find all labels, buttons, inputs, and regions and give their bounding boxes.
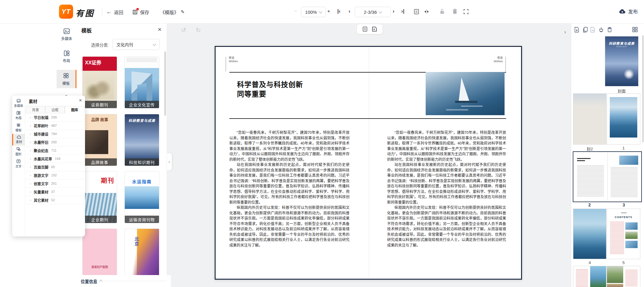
tab-gallery[interactable]: 图库: [65, 106, 84, 113]
page-label-1[interactable]: 1: [607, 146, 640, 150]
page-thumb-cover2[interactable]: [573, 94, 606, 144]
page-thumb-6[interactable]: [573, 266, 606, 287]
asset-category-row[interactable]: ›矢量素材37: [26, 188, 84, 196]
document-title[interactable]: 《模版》 ✎: [160, 8, 185, 16]
asset-category-row[interactable]: ›节日祝福299: [26, 113, 84, 122]
page-thumb-7[interactable]: [607, 266, 640, 287]
undo-button[interactable]: ↺: [181, 26, 186, 34]
page-thumb-4[interactable]: [573, 209, 606, 259]
page-thumb-2-3-selected[interactable]: [573, 151, 642, 202]
lock-button[interactable]: [439, 8, 445, 15]
save-button[interactable]: 保存: [132, 8, 149, 16]
pages-panel-scrollbar[interactable]: [642, 35, 644, 142]
grid-view-button[interactable]: [632, 27, 638, 32]
document-spread[interactable]: 寄语 Wishes 寄语 Wishes 科学普及与科技创新 同等重要 “忽如一夜…: [215, 46, 522, 280]
page-thumb-cover[interactable]: 科研教育与成果 HIGHLIGHT: [605, 36, 638, 86]
first-page-button[interactable]: |‹: [337, 8, 340, 14]
delete-page-button[interactable]: [452, 8, 458, 15]
mini-sidebar-item-shapes[interactable]: 图形: [12, 145, 25, 158]
asset-category-row[interactable]: ›其它素材52: [26, 196, 84, 204]
page-settings-button[interactable]: [413, 9, 420, 15]
single-page-view-button[interactable]: [362, 26, 368, 32]
template-card[interactable]: 水运指南 运输咨询刊物: [125, 172, 159, 223]
export-page-button[interactable]: [590, 27, 595, 33]
page-label-cover[interactable]: 封面: [605, 88, 638, 94]
sidebar-item-templates[interactable]: 模板: [57, 70, 76, 88]
mini-sidebar-item-media[interactable]: 多媒体: [12, 97, 25, 109]
sidebar-item-media[interactable]: 多媒体: [57, 26, 76, 43]
template-card[interactable]: XX证券 证券期刊: [83, 57, 117, 108]
header-rule-right: [505, 57, 506, 71]
sailboat-photo[interactable]: [426, 72, 505, 115]
category-value: 文化内刊: [117, 41, 133, 47]
app-logo[interactable]: YT: [59, 5, 73, 19]
assets-tabs: 背景 边框 图库: [26, 106, 84, 113]
tab-borders[interactable]: 边框: [45, 106, 65, 113]
article-title-line2: 同等重要: [237, 89, 303, 99]
add-page-button[interactable]: [574, 27, 579, 33]
chevron-right-icon: ›: [30, 116, 31, 119]
page-label-4[interactable]: 4: [573, 260, 606, 265]
asset-category-row[interactable]: ›聚会纪念711: [26, 146, 84, 155]
publish-button[interactable]: 发布: [619, 8, 638, 15]
template-card[interactable]: 北京: [125, 229, 159, 280]
sidebar-item-layout[interactable]: 布局: [57, 48, 76, 66]
category-select[interactable]: 文化内刊: [113, 39, 160, 50]
clear-page-button[interactable]: [598, 27, 604, 33]
canvas-area[interactable]: ↺ ↻ # › 寄语 Wishes 寄语 Wishes: [167, 23, 571, 287]
last-page-button[interactable]: ›|: [401, 8, 404, 14]
asset-category-row[interactable]: ›城市建设784: [26, 130, 84, 138]
assets-panel-close-icon[interactable]: ×: [79, 97, 82, 104]
mini-sidebar-item-text[interactable]: 文字: [12, 158, 25, 170]
template-panel-close-icon[interactable]: ×: [158, 26, 161, 33]
zoom-in-button[interactable]: +: [327, 8, 330, 14]
zoom-level-select[interactable]: 100%: [301, 7, 326, 17]
split-pages-button[interactable]: [423, 9, 430, 15]
asset-category-row[interactable]: ›水墨怀旧290: [26, 138, 84, 146]
duplicate-page-button[interactable]: [583, 27, 588, 33]
category-name: 矢量素材: [34, 189, 48, 194]
next-page-button[interactable]: ›: [393, 8, 394, 14]
page-label-5[interactable]: 5: [607, 260, 640, 265]
page-label-2[interactable]: 2: [573, 202, 606, 207]
mini-sidebar-item-templates[interactable]: 模板: [12, 122, 25, 134]
page-number-view-button[interactable]: #: [372, 26, 377, 32]
template-card[interactable]: 科研教育与成果 科技知识期刊: [125, 114, 159, 166]
asset-category-row[interactable]: ›页眉页脚65: [26, 163, 84, 171]
template-panel-scrollbar[interactable]: [164, 51, 166, 116]
mini-sidebar-item-layout[interactable]: 布局: [12, 109, 25, 122]
category-count: 487: [51, 124, 57, 127]
article-title[interactable]: 科学普及与科技创新 同等重要: [237, 80, 303, 99]
fullscreen-button[interactable]: [463, 9, 469, 15]
text-column-left[interactable]: “忽如一夜春风来，千树万树梨花开”，建国70年来，特别是改革开放以来，随着我国经…: [229, 130, 350, 248]
page-range-select[interactable]: 2-3/36: [355, 7, 391, 17]
template-card[interactable]: 品牌 故事 品牌故事: [83, 114, 117, 166]
sidebar-label: 模板: [62, 81, 70, 86]
prev-page-button[interactable]: ‹: [349, 8, 350, 14]
page-label-3[interactable]: 3: [607, 202, 641, 207]
asset-category-row[interactable]: ›旅游文字192: [26, 171, 84, 179]
media-icon: [63, 28, 70, 34]
redo-button[interactable]: ↻: [196, 26, 201, 34]
position-info-section[interactable]: 位置信息: [76, 275, 171, 287]
asset-category-row[interactable]: ›水墨风花草194: [26, 155, 84, 163]
page-view-toggle: #: [357, 24, 383, 34]
tab-backgrounds[interactable]: 背景: [26, 106, 45, 113]
page-thumb-5[interactable]: CONTENTS: [607, 209, 640, 259]
template-card[interactable]: 某某妇产医院: [83, 229, 117, 280]
page-thumb-1[interactable]: [607, 94, 640, 144]
template-card[interactable]: 企业文化宣传: [125, 57, 159, 108]
expand-right-panel-handle[interactable]: ›: [564, 29, 566, 35]
template-card[interactable]: 期刊 企业期刊: [83, 172, 117, 223]
delete-thumb-button[interactable]: [607, 27, 612, 33]
collapse-left-panel-handle[interactable]: ‹: [167, 153, 172, 170]
mini-sidebar-item-assets[interactable]: 素材: [12, 134, 25, 145]
asset-category-row[interactable]: ›花草树叶487: [26, 122, 84, 130]
paragraph: 纵观国内外历史可以发现：科普不仅可以为创新提供良好的氛围和文化基础，更会为创新提…: [229, 205, 350, 248]
page-label-cover2[interactable]: 封2: [573, 146, 606, 152]
text-column-right[interactable]: “忽如一夜春风来，千树万树梨花开”，建国70年来，特别是改革开放以来，随着我国经…: [387, 130, 506, 248]
asset-category-row[interactable]: ›创意文字261: [26, 179, 84, 188]
zoom-out-button[interactable]: −: [294, 8, 297, 14]
assets-panel-title: 素材: [29, 98, 37, 104]
back-button[interactable]: ← 返回: [106, 8, 123, 16]
